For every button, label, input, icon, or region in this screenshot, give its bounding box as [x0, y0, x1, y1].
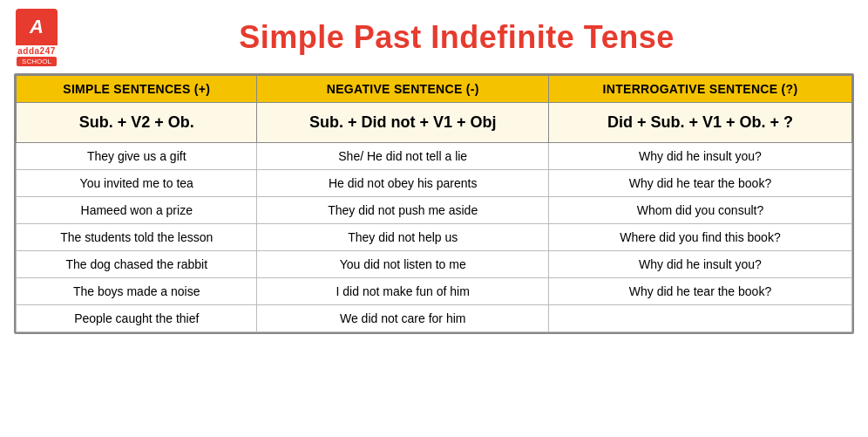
cell-negative: You did not listen to me: [257, 251, 548, 278]
header-row-table: SIMPLE SENTENCES (+) NEGATIVE SENTENCE (…: [17, 76, 852, 103]
page-title: Simple Past Indefinite Tense: [59, 19, 854, 56]
table-row: They give us a giftShe/ He did not tell …: [17, 143, 852, 170]
cell-negative: She/ He did not tell a lie: [257, 143, 548, 170]
formula-row: Sub. + V2 + Ob. Sub. + Did not + V1 + Ob…: [17, 103, 852, 143]
cell-simple: People caught the thief: [17, 305, 257, 332]
table-row: The boys made a noiseI did not make fun …: [17, 278, 852, 305]
table-row: The students told the lessonThey did not…: [17, 224, 852, 251]
cell-interrogative: Why did he tear the book?: [548, 170, 851, 197]
logo-adda-text: adda247: [17, 46, 56, 56]
cell-simple: The dog chased the rabbit: [17, 251, 257, 278]
table-container: SIMPLE SENTENCES (+) NEGATIVE SENTENCE (…: [14, 73, 854, 334]
col-header-simple: SIMPLE SENTENCES (+): [17, 76, 257, 103]
logo-school-text: SCHOOL: [17, 57, 57, 66]
cell-simple: The boys made a noise: [17, 278, 257, 305]
cell-interrogative: Why did he insult you?: [548, 143, 851, 170]
formula-interrogative: Did + Sub. + V1 + Ob. + ?: [548, 103, 851, 143]
table-row: The dog chased the rabbitYou did not lis…: [17, 251, 852, 278]
cell-negative: He did not obey his parents: [257, 170, 548, 197]
col-header-negative: NEGATIVE SENTENCE (-): [257, 76, 548, 103]
cell-simple: Hameed won a prize: [17, 197, 257, 224]
cell-simple: The students told the lesson: [17, 224, 257, 251]
cell-interrogative: Where did you find this book?: [548, 224, 851, 251]
cell-simple: They give us a gift: [17, 143, 257, 170]
page-wrapper: A adda247 SCHOOL Simple Past Indefinite …: [0, 0, 868, 437]
cell-interrogative: [548, 305, 851, 332]
cell-interrogative: Why did he tear the book?: [548, 278, 851, 305]
cell-interrogative: Why did he insult you?: [548, 251, 851, 278]
formula-negative: Sub. + Did not + V1 + Obj: [257, 103, 548, 143]
table-row: People caught the thiefWe did not care f…: [17, 305, 852, 332]
cell-negative: We did not care for him: [257, 305, 548, 332]
logo: A adda247 SCHOOL: [14, 9, 59, 66]
table-row: Hameed won a prizeThey did not push me a…: [17, 197, 852, 224]
formula-simple: Sub. + V2 + Ob.: [17, 103, 257, 143]
table-row: You invited me to teaHe did not obey his…: [17, 170, 852, 197]
main-table: SIMPLE SENTENCES (+) NEGATIVE SENTENCE (…: [16, 75, 852, 332]
col-header-interrogative: INTERROGATIVE SENTENCE (?): [548, 76, 851, 103]
logo-icon: A: [30, 17, 44, 37]
cell-interrogative: Whom did you consult?: [548, 197, 851, 224]
cell-negative: They did not help us: [257, 224, 548, 251]
cell-negative: I did not make fun of him: [257, 278, 548, 305]
cell-negative: They did not push me aside: [257, 197, 548, 224]
logo-icon-bg: A: [16, 9, 58, 45]
cell-simple: You invited me to tea: [17, 170, 257, 197]
header-row: A adda247 SCHOOL Simple Past Indefinite …: [14, 9, 854, 66]
